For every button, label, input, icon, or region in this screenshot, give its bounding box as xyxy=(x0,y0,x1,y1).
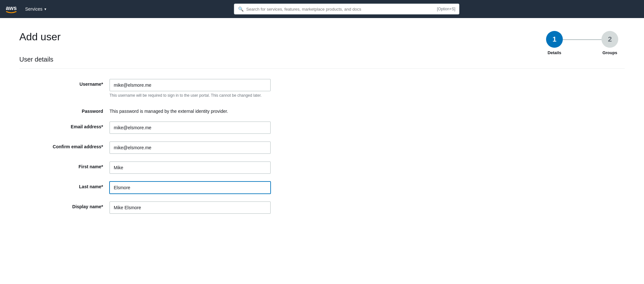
confirm-email-input[interactable] xyxy=(110,142,271,154)
display-name-row: Display name* xyxy=(19,201,406,214)
email-label: Email address* xyxy=(19,122,110,129)
search-shortcut: [Option+S] xyxy=(437,7,455,11)
top-navigation: aws Services ▼ 🔍 [Option+S] xyxy=(0,0,644,18)
display-name-input[interactable] xyxy=(110,201,271,214)
step-1: 1 Details xyxy=(546,31,563,55)
step-2: 2 Groups xyxy=(601,31,618,55)
confirm-email-row: Confirm email address* xyxy=(19,142,406,154)
username-label: Username* xyxy=(19,79,110,87)
step-1-label: Details xyxy=(548,50,562,55)
search-input[interactable] xyxy=(246,7,437,12)
confirm-email-label: Confirm email address* xyxy=(19,142,110,149)
search-bar[interactable]: 🔍 [Option+S] xyxy=(234,4,459,15)
aws-logo-icon: aws xyxy=(5,3,17,15)
chevron-down-icon: ▼ xyxy=(44,7,47,11)
username-input[interactable] xyxy=(110,79,271,91)
search-icon: 🔍 xyxy=(238,6,244,12)
last-name-label: Last name* xyxy=(19,181,110,189)
username-helper: This username will be required to sign i… xyxy=(110,93,271,98)
section-divider xyxy=(19,68,625,69)
first-name-row: First name* xyxy=(19,162,406,174)
first-name-label: First name* xyxy=(19,162,110,169)
confirm-email-field-wrap xyxy=(110,142,271,154)
last-name-row: Last name* xyxy=(19,181,406,194)
step-1-circle: 1 xyxy=(546,31,563,48)
password-field-wrap: This password is managed by the external… xyxy=(110,106,271,114)
user-details-form: Username* This username will be required… xyxy=(19,79,406,214)
aws-logo: aws xyxy=(5,3,17,15)
page-title: Add user xyxy=(19,31,625,43)
email-input[interactable] xyxy=(110,122,271,134)
username-field-wrap: This username will be required to sign i… xyxy=(110,79,271,98)
email-row: Email address* xyxy=(19,122,406,134)
password-static-text: This password is managed by the external… xyxy=(110,106,271,114)
services-menu[interactable]: Services ▼ xyxy=(23,5,50,13)
step-connector xyxy=(563,39,601,40)
main-content: Add user 1 Details 2 Groups User details… xyxy=(0,18,644,284)
password-label: Password xyxy=(19,106,110,114)
last-name-input[interactable] xyxy=(110,181,271,194)
email-field-wrap xyxy=(110,122,271,134)
display-name-field-wrap xyxy=(110,201,271,214)
step-2-label: Groups xyxy=(602,50,617,55)
username-row: Username* This username will be required… xyxy=(19,79,406,98)
stepper: 1 Details 2 Groups xyxy=(546,31,618,55)
first-name-input[interactable] xyxy=(110,162,271,174)
password-row: Password This password is managed by the… xyxy=(19,106,406,114)
section-title: User details xyxy=(19,56,625,63)
first-name-field-wrap xyxy=(110,162,271,174)
last-name-field-wrap xyxy=(110,181,271,194)
step-2-circle: 2 xyxy=(601,31,618,48)
svg-text:aws: aws xyxy=(6,5,17,11)
services-label: Services xyxy=(25,6,43,12)
display-name-label: Display name* xyxy=(19,201,110,209)
